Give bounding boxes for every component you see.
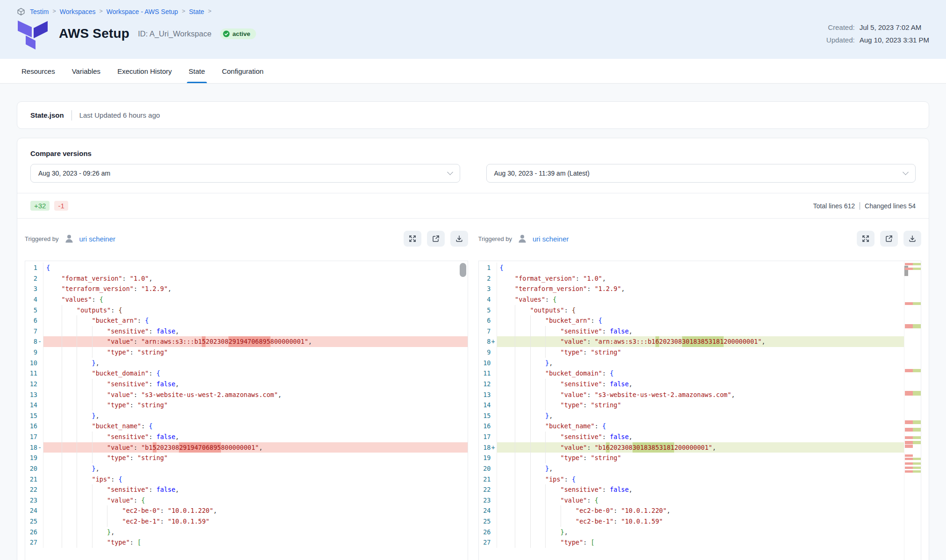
line-number: 19: [25, 453, 37, 463]
scrollbar-thumb[interactable]: [460, 263, 466, 277]
updated-value: Aug 10, 2023 3:31 PM: [860, 36, 929, 44]
open-in-new-button[interactable]: [880, 231, 898, 247]
line-number: 24: [25, 505, 37, 516]
code-line: 27"type": [: [479, 537, 921, 548]
diff-line-marker: [37, 262, 43, 273]
code-line: 19"type": "string": [25, 453, 468, 463]
code-line: 7"sensitive": false,: [479, 326, 921, 337]
code-line: 18-"value": "b15202308291947068958000000…: [25, 442, 468, 453]
diff-map-removed-mark: [905, 462, 913, 465]
code-line: 2"format_version": "1.0",: [479, 273, 921, 284]
diff-line-marker: -: [37, 442, 43, 453]
diff-line-marker: [37, 432, 43, 442]
line-number: 7: [479, 326, 491, 337]
version-select-right[interactable]: Aug 30, 2023 - 11:39 am (Latest): [486, 164, 916, 183]
additions-badge: +32: [30, 201, 50, 211]
code-line: 17"sensitive": false,: [25, 432, 468, 442]
file-name: State.json: [30, 111, 64, 119]
diff-line-marker: [37, 294, 43, 305]
line-number: 27: [479, 537, 491, 548]
diff-map-added-mark: [913, 263, 921, 265]
diff-map-added-mark: [913, 467, 921, 469]
code-line: 11"bucket_domain": {: [479, 368, 921, 379]
diff-line-marker: [491, 432, 497, 442]
code-line: 27"type": [: [25, 537, 468, 548]
download-button[interactable]: [903, 231, 921, 247]
diff-line-marker: [491, 358, 497, 369]
open-in-new-icon: [885, 235, 893, 242]
code-line: 12"sensitive": false,: [479, 379, 921, 390]
line-number: 5: [25, 305, 37, 316]
page-title: AWS Setup: [59, 26, 129, 41]
line-number: 13: [25, 390, 37, 400]
diff-line-marker: [37, 484, 43, 495]
code-line: 6"bucket_arn": {: [25, 315, 468, 326]
breadcrumb-separator: >: [182, 8, 185, 14]
changed-lines: Changed lines 54: [865, 202, 916, 210]
code-line: 21"ips": {: [25, 474, 468, 485]
code-line: 20},: [479, 463, 921, 474]
code-line: 13"value": "s3-website-us-west-2.amazona…: [479, 390, 921, 400]
line-number: 18: [479, 442, 491, 453]
diff-map-removed-mark: [905, 302, 913, 305]
tab-label: State: [189, 67, 205, 75]
code-panel-new: 1{2"format_version": "1.0",3"terraform_v…: [478, 261, 922, 560]
code-line: 14"type": "string": [479, 400, 921, 411]
open-in-new-button[interactable]: [427, 231, 445, 247]
code-line: 13"value": "s3-website-us-west-2.amazona…: [25, 390, 468, 400]
breadcrumb-link-workspace-aws-setup[interactable]: Workspace - AWS Setup: [107, 8, 178, 15]
code-line: 22"sensitive": false,: [479, 484, 921, 495]
code-line: 22"sensitive": false,: [25, 484, 468, 495]
tab-configuration[interactable]: Configuration: [222, 59, 263, 83]
diff-column-new: Triggered by uri scheiner: [478, 225, 922, 560]
tab-resources[interactable]: Resources: [21, 59, 55, 83]
diff-line-marker: [491, 411, 497, 421]
line-number: 17: [479, 432, 491, 442]
diff-line-marker: [491, 326, 497, 337]
diff-line-marker: [491, 284, 497, 294]
line-number: 23: [479, 495, 491, 506]
check-circle-icon: [223, 30, 230, 37]
diff-map-removed-mark: [905, 441, 913, 444]
download-button[interactable]: [450, 231, 468, 247]
diff-line-marker: [491, 495, 497, 506]
expand-button[interactable]: [857, 231, 875, 247]
diff-line-marker: [37, 273, 43, 284]
tab-variables[interactable]: Variables: [72, 59, 100, 83]
breadcrumb-link-testim[interactable]: Testim: [30, 8, 49, 15]
code-line: 5"outputs": {: [479, 305, 921, 316]
diff-line-marker: [491, 390, 497, 400]
diff-line-marker: [37, 516, 43, 527]
tab-execution-history[interactable]: Execution History: [117, 59, 172, 83]
tab-state[interactable]: State: [189, 59, 205, 83]
triggered-by-user-link[interactable]: uri scheiner: [533, 235, 569, 243]
diff-line-marker: [37, 527, 43, 538]
line-number: 6: [479, 315, 491, 326]
diff-line-marker: [491, 315, 497, 326]
chevron-down-icon: [447, 169, 453, 175]
expand-button[interactable]: [404, 231, 421, 247]
line-number: 6: [25, 315, 37, 326]
diff-line-marker: [37, 358, 43, 369]
line-number: 7: [25, 326, 37, 337]
breadcrumb-link-workspaces[interactable]: Workspaces: [60, 8, 96, 15]
download-icon: [909, 235, 916, 242]
triggered-by-user-link[interactable]: uri scheiner: [79, 235, 116, 243]
created-label: Created:: [826, 23, 855, 31]
line-number: 18: [25, 442, 37, 453]
tab-label: Resources: [21, 67, 55, 75]
diff-map: [904, 261, 921, 560]
triggered-by-label: Triggered by: [478, 235, 512, 242]
version-select-left[interactable]: Aug 30, 2023 - 09:26 am: [30, 164, 460, 183]
diff-map-added-mark: [913, 369, 921, 372]
breadcrumb-link-state[interactable]: State: [189, 8, 204, 15]
line-number: 13: [479, 390, 491, 400]
diff-stats-row: +32 -1 Total lines 612 Changed lines 54: [17, 193, 929, 218]
line-number: 4: [479, 294, 491, 305]
diff-line-marker: [37, 315, 43, 326]
diff-column-old: Triggered by uri scheiner: [25, 225, 468, 560]
line-number: 12: [25, 379, 37, 390]
breadcrumb-separator: >: [52, 8, 56, 14]
diff-line-marker: [37, 505, 43, 516]
code-line: 8+"value": "arn:aws:s3:::b16202308301838…: [479, 336, 921, 347]
